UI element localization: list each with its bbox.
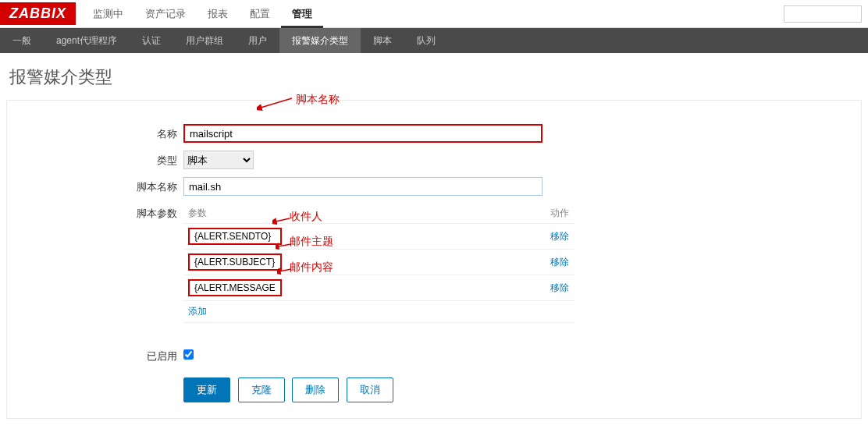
update-button[interactable]: 更新 <box>183 377 230 402</box>
subnav-queue[interactable]: 队列 <box>404 28 448 53</box>
subnav-media-types[interactable]: 报警媒介类型 <box>279 28 361 53</box>
subnav-authentication[interactable]: 认证 <box>130 28 173 53</box>
nav-monitoring[interactable]: 监测中 <box>82 0 134 28</box>
param-row: 移除 <box>183 250 574 275</box>
label-name: 名称 <box>20 124 183 141</box>
label-enabled: 已启用 <box>20 346 183 363</box>
remove-link[interactable]: 移除 <box>550 231 569 242</box>
enabled-checkbox[interactable] <box>183 349 194 360</box>
subnav-user-groups[interactable]: 用户群组 <box>173 28 236 53</box>
subnav-proxies[interactable]: agent代理程序 <box>44 28 130 53</box>
script-name-input[interactable] <box>183 177 542 196</box>
search-input[interactable] <box>784 5 862 23</box>
label-type: 类型 <box>20 151 183 168</box>
form-card: 脚本名称 收件人 邮件主题 邮件内容 名称 类型 脚本 脚本名称 脚本参数 <box>6 100 862 419</box>
delete-button[interactable]: 删除 <box>292 377 339 402</box>
sub-nav: 一般 agent代理程序 认证 用户群组 用户 报警媒介类型 脚本 队列 <box>0 28 868 53</box>
nav-administration[interactable]: 管理 <box>281 0 323 28</box>
label-script-params: 脚本参数 <box>20 204 183 221</box>
params-header-action: 动作 <box>535 204 574 224</box>
label-script-name: 脚本名称 <box>20 177 183 194</box>
param-input-subject[interactable] <box>188 253 282 271</box>
remove-link[interactable]: 移除 <box>550 282 569 293</box>
nav-reports[interactable]: 报表 <box>197 0 239 28</box>
param-input-sendto[interactable] <box>188 228 282 245</box>
top-nav: 监测中 资产记录 报表 配置 管理 <box>82 0 323 28</box>
subnav-general[interactable]: 一般 <box>0 28 44 53</box>
clone-button[interactable]: 克隆 <box>238 377 285 402</box>
param-row: 移除 <box>183 224 574 250</box>
remove-link[interactable]: 移除 <box>550 257 569 268</box>
header-bar: ZABBIX 监测中 资产记录 报表 配置 管理 <box>0 0 868 28</box>
nav-configuration[interactable]: 配置 <box>239 0 281 28</box>
logo[interactable]: ZABBIX <box>0 2 76 25</box>
add-link[interactable]: 添加 <box>188 306 207 317</box>
cancel-button[interactable]: 取消 <box>347 377 393 402</box>
header-search <box>784 5 862 23</box>
page-title: 报警媒介类型 <box>0 53 868 100</box>
name-input[interactable] <box>183 124 542 143</box>
params-header-param: 参数 <box>183 204 535 224</box>
param-input-message[interactable] <box>188 279 282 296</box>
subnav-scripts[interactable]: 脚本 <box>361 28 404 53</box>
params-table: 参数 动作 移除 移除 移除 <box>183 204 574 323</box>
nav-inventory[interactable]: 资产记录 <box>134 0 197 28</box>
param-row: 移除 <box>183 275 574 301</box>
type-select[interactable]: 脚本 <box>183 151 254 169</box>
subnav-users[interactable]: 用户 <box>236 28 279 53</box>
svg-line-1 <box>261 98 292 108</box>
button-row: 更新 克隆 删除 取消 <box>183 377 848 402</box>
